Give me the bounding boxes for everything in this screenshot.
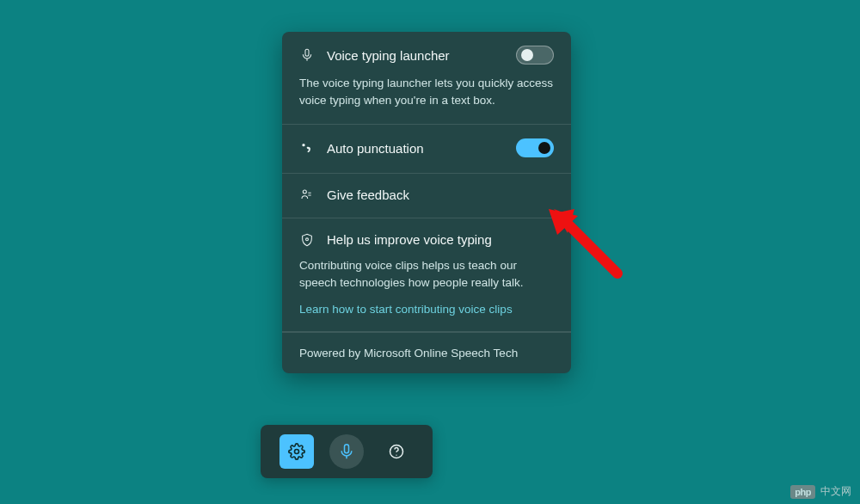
- gear-icon: [288, 443, 305, 460]
- microphone-button[interactable]: [329, 434, 364, 469]
- watermark-badge: php: [790, 485, 815, 499]
- contribute-link[interactable]: Learn how to start contributing voice cl…: [299, 303, 554, 316]
- svg-rect-1: [345, 445, 349, 453]
- launcher-title: Voice typing launcher: [327, 48, 504, 63]
- punctuation-icon: [299, 141, 315, 155]
- improve-description: Contributing voice clips helps us teach …: [299, 257, 554, 291]
- panel-footer: Powered by Microsoft Online Speech Tech: [282, 332, 571, 373]
- microphone-icon: [299, 48, 315, 62]
- svg-point-4: [396, 455, 396, 456]
- svg-rect-5: [305, 49, 309, 56]
- help-icon: [388, 443, 405, 460]
- launcher-toggle[interactable]: [516, 46, 554, 65]
- watermark: php 中文网: [790, 484, 851, 499]
- improve-section: Help us improve voice typing Contributin…: [282, 218, 571, 332]
- feedback-section[interactable]: Give feedback: [282, 174, 571, 218]
- auto-punctuation-title: Auto punctuation: [327, 141, 504, 156]
- auto-punctuation-section: Auto punctuation: [282, 125, 571, 174]
- watermark-text: 中文网: [820, 484, 851, 499]
- microphone-icon: [338, 443, 355, 460]
- svg-point-8: [303, 190, 306, 194]
- settings-button[interactable]: [280, 434, 314, 469]
- voice-typing-toolbar: [261, 425, 433, 478]
- svg-point-0: [295, 450, 299, 454]
- launcher-section: Voice typing launcher The voice typing l…: [282, 32, 571, 125]
- shield-icon: [299, 233, 315, 247]
- voice-typing-settings-panel: Voice typing launcher The voice typing l…: [282, 32, 571, 373]
- launcher-description: The voice typing launcher lets you quick…: [299, 75, 554, 108]
- auto-punctuation-toggle[interactable]: [516, 138, 554, 157]
- svg-point-9: [306, 237, 309, 240]
- feedback-icon: [299, 188, 315, 202]
- feedback-title: Give feedback: [327, 187, 554, 202]
- improve-title: Help us improve voice typing: [327, 232, 554, 247]
- help-button[interactable]: [379, 434, 414, 469]
- svg-point-7: [302, 144, 304, 146]
